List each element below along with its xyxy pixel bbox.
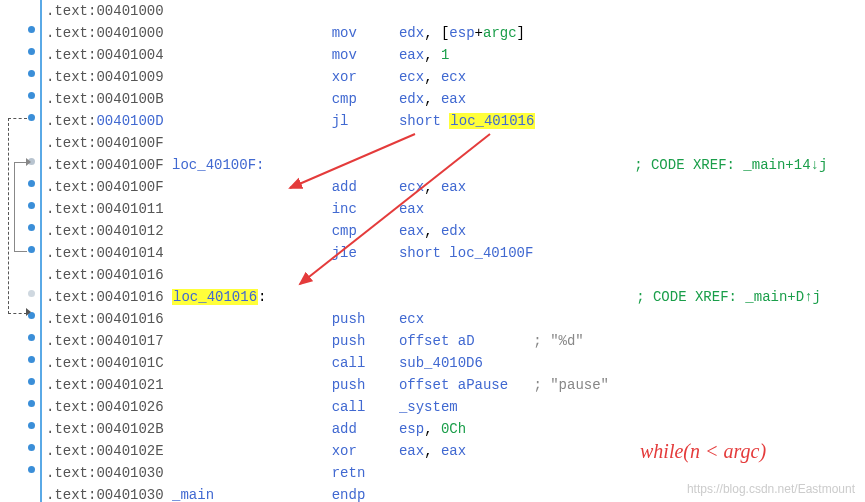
mnemonic: mov: [332, 47, 357, 63]
address[interactable]: 00401004: [96, 47, 163, 63]
inline-comment: ; "%d": [533, 333, 583, 349]
operand: ,: [424, 421, 441, 437]
asm-line[interactable]: .text:00401016 loc_401016: ; CODE XREF: …: [46, 286, 827, 308]
asm-line[interactable]: .text:0040101C call sub_4010D6: [46, 352, 827, 374]
segment-prefix: .text:: [46, 487, 96, 502]
asm-line[interactable]: .text:00401011 inc eax: [46, 198, 827, 220]
mnemonic: xor: [332, 443, 357, 459]
asm-line[interactable]: .text:00401014 jle short loc_40100F: [46, 242, 827, 264]
xref-comment[interactable]: ; CODE XREF: _main+D↑j: [636, 289, 821, 305]
segment-prefix: .text:: [46, 311, 96, 327]
asm-line[interactable]: .text:00401004 mov eax, 1: [46, 44, 827, 66]
operand: offset: [399, 377, 449, 393]
operand[interactable]: loc_401016: [449, 113, 535, 129]
asm-line[interactable]: .text:00401017 push offset aD ; "%d": [46, 330, 827, 352]
operand: offset: [399, 333, 449, 349]
asm-line[interactable]: .text:00401000: [46, 0, 827, 22]
address[interactable]: 0040100B: [96, 91, 163, 107]
operand: [449, 333, 457, 349]
asm-line[interactable]: .text:0040100F: [46, 132, 827, 154]
segment-prefix: .text:: [46, 355, 96, 371]
asm-line[interactable]: .text:00401030 retn: [46, 462, 827, 484]
asm-line[interactable]: .text:0040102B add esp, 0Ch: [46, 418, 827, 440]
segment-prefix: .text:: [46, 47, 96, 63]
segment-prefix: .text:: [46, 201, 96, 217]
address[interactable]: 00401017: [96, 333, 163, 349]
asm-line[interactable]: .text:0040100D jl short loc_401016: [46, 110, 827, 132]
address[interactable]: 00401026: [96, 399, 163, 415]
asm-line[interactable]: .text:0040100F add ecx, eax: [46, 176, 827, 198]
operand: eax: [399, 201, 424, 217]
segment-prefix: .text:: [46, 69, 96, 85]
address[interactable]: 00401016: [96, 311, 163, 327]
operand: eax: [399, 443, 424, 459]
address[interactable]: 00401012: [96, 223, 163, 239]
code-label[interactable]: loc_40100F:: [172, 157, 264, 173]
operand: , [: [424, 25, 449, 41]
address[interactable]: 0040100D: [96, 113, 163, 129]
disassembly-listing[interactable]: .text:00401000 .text:00401000 mov edx, […: [42, 0, 827, 502]
operand: eax: [441, 179, 466, 195]
address[interactable]: 00401021: [96, 377, 163, 393]
asm-line[interactable]: .text:00401016: [46, 264, 827, 286]
address[interactable]: 00401000: [96, 3, 163, 19]
address[interactable]: 0040100F: [96, 179, 163, 195]
mnemonic: jl: [332, 113, 349, 129]
asm-line[interactable]: .text:0040100F loc_40100F: ; CODE XREF: …: [46, 154, 827, 176]
segment-prefix: .text:: [46, 289, 96, 305]
operand[interactable]: sub_4010D6: [399, 355, 483, 371]
segment-prefix: .text:: [46, 157, 96, 173]
jump-arrow-inner: [14, 162, 27, 252]
segment-prefix: .text:: [46, 25, 96, 41]
operand: ,: [424, 443, 441, 459]
operand: ,: [424, 47, 441, 63]
operand[interactable]: loc_40100F: [449, 245, 533, 261]
inline-comment: ; "pause": [533, 377, 609, 393]
operand: ecx: [399, 311, 424, 327]
mnemonic: xor: [332, 69, 357, 85]
operand: ecx: [399, 179, 424, 195]
code-label[interactable]: loc_401016: [172, 289, 258, 305]
address[interactable]: 00401030: [96, 487, 163, 502]
address[interactable]: 00401009: [96, 69, 163, 85]
asm-line[interactable]: .text:00401016 push ecx: [46, 308, 827, 330]
xref-comment[interactable]: ; CODE XREF: _main+14↓j: [634, 157, 827, 173]
address[interactable]: 0040102B: [96, 421, 163, 437]
operand[interactable]: _system: [399, 399, 458, 415]
address[interactable]: 0040100F: [96, 157, 163, 173]
segment-prefix: .text:: [46, 421, 96, 437]
segment-prefix: .text:: [46, 333, 96, 349]
mnemonic: add: [332, 421, 357, 437]
segment-prefix: .text:: [46, 465, 96, 481]
address[interactable]: 00401011: [96, 201, 163, 217]
mnemonic: endp: [332, 487, 366, 502]
segment-prefix: .text:: [46, 443, 96, 459]
address[interactable]: 0040102E: [96, 443, 163, 459]
operand: ,: [424, 91, 441, 107]
segment-prefix: .text:: [46, 377, 96, 393]
arrow-gutter: [0, 0, 40, 502]
segment-prefix: .text:: [46, 223, 96, 239]
address[interactable]: 00401016: [96, 289, 163, 305]
operand[interactable]: aPause: [458, 377, 508, 393]
operand: +: [475, 25, 483, 41]
function-name[interactable]: _main: [172, 487, 214, 502]
asm-line[interactable]: .text:00401009 xor ecx, ecx: [46, 66, 827, 88]
operand: edx: [399, 25, 424, 41]
asm-line[interactable]: .text:00401000 mov edx, [esp+argc]: [46, 22, 827, 44]
mnemonic: add: [332, 179, 357, 195]
asm-line[interactable]: .text:00401026 call _system: [46, 396, 827, 418]
address[interactable]: 00401014: [96, 245, 163, 261]
address[interactable]: 00401016: [96, 267, 163, 283]
asm-line[interactable]: .text:00401021 push offset aPause ; "pau…: [46, 374, 827, 396]
operand[interactable]: aD: [458, 333, 475, 349]
address[interactable]: 00401000: [96, 25, 163, 41]
asm-line[interactable]: .text:0040100B cmp edx, eax: [46, 88, 827, 110]
mnemonic: inc: [332, 201, 357, 217]
operand: eax: [399, 47, 424, 63]
asm-line[interactable]: .text:00401012 cmp eax, edx: [46, 220, 827, 242]
address[interactable]: 0040100F: [96, 135, 163, 151]
address[interactable]: 00401030: [96, 465, 163, 481]
address[interactable]: 0040101C: [96, 355, 163, 371]
mnemonic: retn: [332, 465, 366, 481]
